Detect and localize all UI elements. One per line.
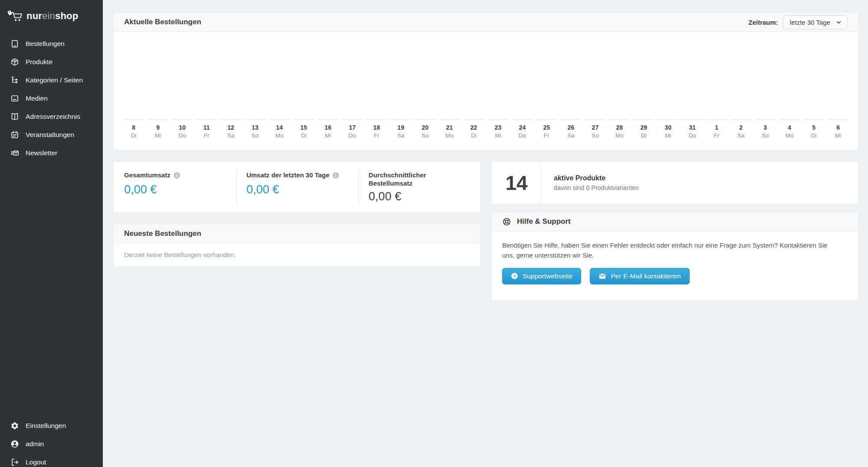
sidebar-item-label: Logout	[26, 458, 46, 466]
orders-chart-title: Aktuelle Bestellungen	[124, 18, 201, 26]
bar-baseline	[318, 119, 338, 120]
x-tick-day: 3	[763, 124, 767, 131]
period-select-value: letzte 30 Tage	[790, 19, 830, 26]
sidebar-item-medien[interactable]: Medien	[0, 89, 103, 108]
stat-value: 0,00 €	[247, 183, 348, 196]
brand-logo[interactable]: nureinshop	[0, 0, 103, 23]
sidebar-item-newsletter[interactable]: Newsletter	[0, 144, 103, 162]
x-tick-weekday: So	[252, 132, 259, 139]
x-tick-weekday: Mi	[665, 132, 671, 139]
x-tick-weekday: Mo	[275, 132, 283, 139]
sidebar-item-produkte[interactable]: Produkte	[0, 53, 103, 71]
active-products-count: 14	[492, 162, 541, 204]
sidebar-item-admin[interactable]: admin	[0, 435, 103, 453]
x-tick-weekday: Di	[641, 132, 647, 139]
latest-orders-empty-message: Derzeit keine Bestellungen vorhanden.	[114, 243, 480, 266]
x-tick-day: 19	[398, 124, 404, 131]
sidebar-item-adressverzeichnis[interactable]: Adressverzeichnis	[0, 108, 103, 126]
chart-day-column: 6Mi	[826, 119, 850, 139]
x-tick-weekday: Fr	[374, 132, 379, 139]
bar-baseline	[294, 119, 314, 120]
x-tick-day: 22	[470, 124, 477, 131]
x-tick-weekday: Sa	[567, 132, 575, 139]
bar-baseline	[440, 119, 460, 120]
latest-orders-card: Neueste Bestellungen Derzeit keine Beste…	[114, 225, 480, 266]
chart-day-column: 11Fr	[194, 119, 219, 139]
sidebar-item-label: admin	[26, 440, 44, 448]
orders-chart-plot: 8Di9Mi10Do11Fr12Sa13So14Mo15Di16Mi17Do18…	[114, 32, 858, 149]
info-icon[interactable]	[171, 171, 180, 178]
support-website-button[interactable]: ? Supportwebseite	[502, 268, 581, 284]
sidebar-item-kategorien-seiten[interactable]: Kategorien / Seiten	[0, 71, 103, 89]
bar-baseline	[391, 119, 411, 120]
x-tick-day: 27	[592, 124, 599, 131]
chart-day-column: 8Di	[122, 119, 146, 139]
bar-baseline	[367, 119, 387, 120]
x-tick-day: 6	[836, 124, 840, 131]
help-support-text: Benötigen Sie Hilfe, haben Sie einen Feh…	[502, 240, 836, 261]
svg-text:?: ?	[513, 274, 516, 278]
x-tick-weekday: Do	[178, 132, 186, 139]
bar-baseline	[731, 119, 751, 120]
logout-icon	[10, 458, 19, 467]
bar-baseline	[172, 119, 192, 120]
sidebar-item-label: Newsletter	[26, 149, 57, 157]
sidebar-item-label: Einstellungen	[26, 422, 66, 430]
chart-day-column: 3So	[753, 119, 777, 139]
x-tick-weekday: Di	[301, 132, 306, 139]
x-tick-day: 1	[715, 124, 718, 131]
help-support-card: Hilfe & Support Benötigen Sie Hilfe, hab…	[492, 212, 858, 300]
stat-label: Umsatz der letzten 30 Tage	[247, 171, 329, 179]
stat-umsatz-30-tage: Umsatz der letzten 30 Tage 0,00 €	[236, 162, 358, 212]
period-label: Zeitraum:	[749, 19, 778, 26]
x-tick-day: 28	[616, 124, 623, 131]
period-select[interactable]: letzte 30 Tage	[783, 15, 848, 29]
chart-day-column: 25Fr	[534, 119, 559, 139]
sidebar-item-bestellungen[interactable]: Bestellungen	[0, 35, 103, 53]
x-tick-weekday: Do	[519, 132, 526, 139]
chart-day-column: 26Sa	[559, 119, 583, 139]
chart-day-column: 5Di	[802, 119, 826, 139]
sidebar-item-logout[interactable]: Logout	[0, 453, 103, 467]
x-tick-day: 18	[373, 124, 380, 131]
x-tick-day: 14	[276, 124, 283, 131]
stat-label: Gesamtumsatz	[124, 171, 171, 179]
x-tick-weekday: Sa	[397, 132, 404, 139]
x-tick-day: 24	[519, 124, 526, 131]
bar-baseline	[779, 119, 799, 120]
x-tick-day: 30	[665, 124, 672, 131]
bar-baseline	[755, 119, 775, 120]
x-tick-weekday: Sa	[227, 132, 235, 139]
chart-columns: 8Di9Mi10Do11Fr12Sa13So14Mo15Di16Mi17Do18…	[122, 119, 850, 139]
bar-baseline	[804, 119, 824, 120]
events-icon	[10, 131, 19, 139]
help-circle-icon: ?	[511, 272, 518, 280]
sidebar-item-label: Veranstaltungen	[26, 131, 74, 139]
chart-day-column: 28Mo	[607, 119, 631, 139]
active-products-card: 14 aktive Produkte davon sind 0 Produktv…	[492, 162, 858, 204]
gear-icon	[10, 421, 19, 430]
latest-orders-title: Neueste Bestellungen	[124, 229, 201, 238]
bar-baseline	[561, 119, 581, 120]
sidebar-item-veranstaltungen[interactable]: Veranstaltungen	[0, 126, 103, 144]
x-tick-day: 25	[543, 124, 550, 131]
contact-email-button[interactable]: Per E-Mail kontaktieren	[590, 268, 689, 284]
x-tick-day: 4	[788, 124, 791, 131]
bar-baseline	[828, 119, 848, 120]
x-tick-weekday: Mi	[835, 132, 841, 139]
chart-day-column: 27So	[583, 119, 607, 139]
bar-baseline	[536, 119, 556, 120]
user-icon	[10, 440, 19, 448]
x-tick-day: 23	[495, 124, 502, 131]
active-products-title: aktive Produkte	[554, 174, 639, 182]
x-tick-day: 21	[446, 124, 453, 131]
x-tick-weekday: So	[592, 132, 599, 139]
chart-day-column: 16Mi	[316, 119, 340, 139]
button-label: Per E-Mail kontaktieren	[611, 272, 681, 280]
sidebar-item-einstellungen[interactable]: Einstellungen	[0, 417, 103, 435]
chart-day-column: 24Do	[510, 119, 535, 139]
chart-day-column: 23Mi	[486, 119, 510, 139]
x-tick-day: 17	[349, 124, 356, 131]
products-icon	[10, 58, 19, 66]
info-icon[interactable]	[329, 171, 339, 178]
